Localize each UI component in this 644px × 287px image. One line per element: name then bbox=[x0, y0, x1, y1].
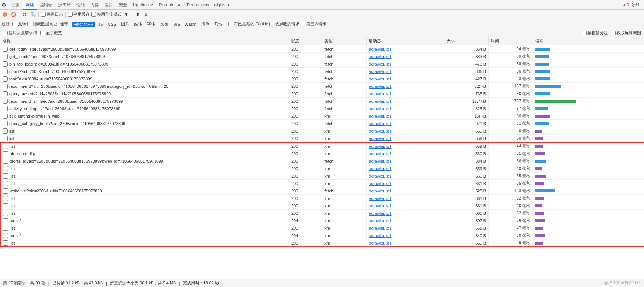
table-row[interactable]: list200xhracrawler.js:1660 B52 毫秒 bbox=[0, 210, 644, 217]
tab-performance[interactable]: 性能 bbox=[73, 0, 88, 10]
group-by-frame-label[interactable]: 按框架分组 bbox=[582, 30, 608, 36]
invert-filter-label[interactable]: 反转 bbox=[12, 21, 26, 27]
table-row[interactable]: list200xhracrawler.js:1660 B65 毫秒 bbox=[0, 172, 644, 180]
tab-network[interactable]: 网络 bbox=[23, 0, 37, 10]
table-row[interactable]: count?aid=2608&uuid=710564068817597389​9… bbox=[0, 68, 644, 75]
row-initiator[interactable]: acrawler.js:1 bbox=[369, 181, 391, 186]
invert-filter-checkbox[interactable] bbox=[12, 22, 17, 26]
tab-console[interactable]: 控制台 bbox=[37, 0, 55, 10]
tab-elements[interactable]: 元素 bbox=[9, 0, 23, 10]
filter-all[interactable]: 全部 bbox=[58, 21, 70, 27]
table-row[interactable]: get_today_status?aid=2608&uuid=710564068… bbox=[0, 45, 644, 53]
row-initiator[interactable]: acrawler.js:1 bbox=[369, 54, 391, 59]
col-waterfall[interactable]: 瀑布 bbox=[533, 37, 644, 45]
tab-recorder[interactable]: Recorder ▲ bbox=[156, 0, 184, 10]
table-row[interactable]: list200xhracrawler.js:1661 B52 毫秒 bbox=[0, 195, 644, 202]
row-initiator[interactable]: acrawler.js:1 bbox=[369, 129, 391, 133]
row-initiator[interactable]: acrawler.js:1 bbox=[369, 92, 391, 96]
row-checkbox[interactable] bbox=[3, 128, 8, 134]
table-row[interactable]: white_list?aid=2608&uuid=710564068817597… bbox=[0, 187, 644, 195]
col-status[interactable]: 状态 bbox=[289, 37, 322, 45]
row-checkbox[interactable] bbox=[3, 166, 8, 171]
blocked-cookies-label[interactable]: 有已拦截的 Cookie bbox=[228, 21, 268, 27]
row-initiator[interactable]: acrawler.js:1 bbox=[369, 226, 391, 230]
row-checkbox[interactable] bbox=[3, 188, 8, 194]
capture-screenshot-checkbox[interactable] bbox=[611, 31, 616, 35]
table-row[interactable]: list200xhracrawler.js:1659 B50 毫秒 bbox=[0, 135, 644, 143]
table-row[interactable]: batch/204xhracrawler.js:1307 B56 毫秒 bbox=[0, 217, 644, 224]
row-checkbox[interactable] bbox=[3, 54, 8, 59]
row-checkbox[interactable] bbox=[3, 196, 8, 201]
row-initiator[interactable]: acrawler.js:1 bbox=[369, 241, 391, 245]
capture-screenshot-label[interactable]: 截取屏幕截图 bbox=[611, 30, 641, 36]
row-checkbox[interactable] bbox=[3, 226, 8, 231]
row-checkbox[interactable] bbox=[3, 181, 8, 186]
row-checkbox[interactable] bbox=[3, 114, 8, 119]
clear-button[interactable]: 🚫 bbox=[10, 11, 16, 18]
table-row[interactable]: activity_settings_v1?aid=2608&uuid=71056… bbox=[0, 105, 644, 112]
row-initiator[interactable]: acrawler.js:1 bbox=[369, 166, 391, 171]
table-row[interactable]: list200xhracrawler.js:1659 B49 毫秒 bbox=[0, 239, 644, 247]
row-checkbox[interactable] bbox=[3, 91, 8, 96]
filter-manifest[interactable]: 清单 bbox=[199, 21, 211, 27]
throttle-dropdown[interactable]: ▼ bbox=[123, 11, 130, 18]
table-row[interactable]: pin_tab_lead?aid=2608&uuid=7105640688175… bbox=[0, 60, 644, 68]
row-checkbox[interactable] bbox=[3, 233, 8, 238]
row-initiator[interactable]: acrawler.js:1 bbox=[369, 106, 391, 111]
row-initiator[interactable]: acrawler.js:1 bbox=[369, 136, 391, 141]
row-initiator[interactable]: acrawler.js:1 bbox=[369, 62, 391, 66]
record-button[interactable] bbox=[1, 11, 8, 18]
row-checkbox[interactable] bbox=[3, 203, 8, 208]
filter-other[interactable]: 其他 bbox=[212, 21, 224, 27]
throttle-label[interactable]: 停用节流模式 bbox=[91, 12, 121, 17]
blocked-requests-checkbox[interactable] bbox=[269, 22, 274, 26]
row-initiator[interactable]: acrawler.js:1 bbox=[369, 47, 391, 51]
row-checkbox[interactable] bbox=[3, 240, 8, 246]
row-initiator[interactable]: acrawler.js:1 bbox=[369, 144, 391, 149]
filter-img[interactable]: 图片 bbox=[119, 21, 131, 27]
filter-ws[interactable]: WS bbox=[171, 22, 182, 27]
import-button[interactable]: ⬆ bbox=[134, 11, 141, 18]
preserve-log-label[interactable]: 保留日志 bbox=[41, 12, 63, 17]
row-initiator[interactable]: acrawler.js:1 bbox=[369, 159, 391, 163]
table-row[interactable]: query_adverts?aid=2608&uuid=710564068817… bbox=[0, 90, 644, 98]
blocked-cookies-checkbox[interactable] bbox=[228, 22, 233, 26]
table-row[interactable]: task?aid=2608&uuid=710564068817597389​92… bbox=[0, 75, 644, 83]
tab-security[interactable]: 安全 bbox=[116, 0, 130, 10]
row-checkbox[interactable] bbox=[3, 121, 8, 126]
row-checkbox[interactable] bbox=[3, 61, 8, 67]
tab-memory[interactable]: 内存 bbox=[88, 0, 102, 10]
row-initiator[interactable]: acrawler.js:1 bbox=[369, 174, 391, 178]
row-initiator[interactable]: acrawler.js:1 bbox=[369, 121, 391, 126]
row-initiator[interactable]: acrawler.js:1 bbox=[369, 233, 391, 238]
filter-doc[interactable]: 文档 bbox=[158, 21, 170, 27]
preserve-log-checkbox[interactable] bbox=[41, 12, 46, 17]
tab-performance-insights[interactable]: Performance insights ▲ bbox=[184, 0, 234, 10]
group-by-frame-checkbox[interactable] bbox=[582, 31, 587, 35]
table-row[interactable]: abtest_config/200xhracrawler.js:1530 B61… bbox=[0, 150, 644, 157]
col-time[interactable]: 时间 bbox=[488, 37, 533, 45]
col-initiator[interactable]: 启动器 bbox=[367, 37, 444, 45]
tab-sources[interactable]: 源代码 bbox=[55, 0, 73, 10]
row-initiator[interactable]: acrawler.js:1 bbox=[369, 211, 391, 216]
third-party-label[interactable]: 第三方请求 bbox=[301, 21, 327, 27]
row-checkbox[interactable] bbox=[3, 211, 8, 216]
table-row[interactable]: query_category_briefs?aid=2608&uuid=7105… bbox=[0, 120, 644, 127]
table-row[interactable]: list200xhracrawler.js:1661 B55 毫秒 bbox=[0, 180, 644, 187]
search-icon[interactable]: 🔍 bbox=[29, 11, 36, 18]
filter-css[interactable]: CSS bbox=[106, 22, 118, 27]
row-checkbox[interactable] bbox=[3, 136, 8, 141]
third-party-checkbox[interactable] bbox=[301, 22, 305, 26]
show-overview-label[interactable]: 显示概览 bbox=[40, 30, 62, 36]
row-initiator[interactable]: acrawler.js:1 bbox=[369, 114, 391, 118]
table-row[interactable]: recommend_all_feed?aid=2608&uuid=7105640… bbox=[0, 98, 644, 105]
table-row[interactable]: list200xhracrawler.js:1659 B42 毫秒 bbox=[0, 165, 644, 172]
show-overview-checkbox[interactable] bbox=[40, 31, 45, 35]
filter-media[interactable]: 媒体 bbox=[132, 21, 144, 27]
row-checkbox[interactable] bbox=[3, 47, 8, 52]
hide-data-url-label[interactable]: 隐藏数据网址 bbox=[27, 21, 57, 27]
large-rows-label[interactable]: 使用大量请求行 bbox=[3, 30, 37, 36]
filter-js[interactable]: JS bbox=[96, 22, 105, 27]
row-initiator[interactable]: acrawler.js:1 bbox=[369, 204, 391, 208]
row-checkbox[interactable] bbox=[3, 159, 8, 164]
